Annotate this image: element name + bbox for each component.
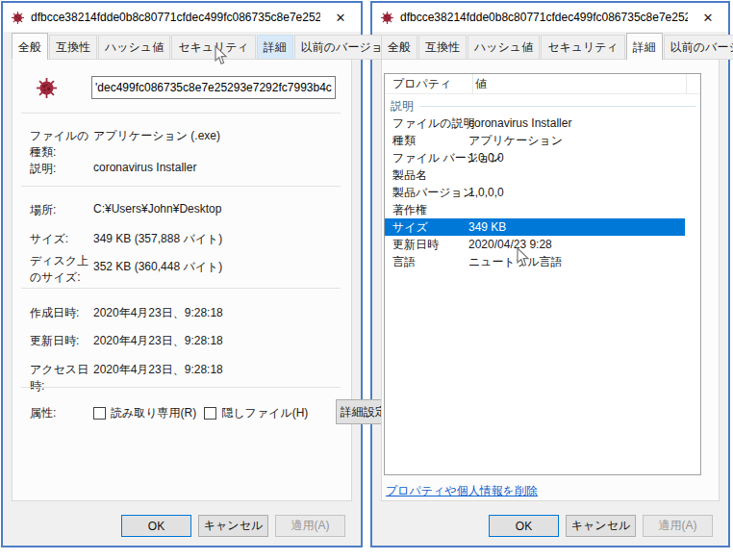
group-header-description: 説明 bbox=[385, 98, 700, 115]
detail-row-file-version[interactable]: ファイル バージョン 1.0.0.0 bbox=[385, 149, 685, 166]
tab-details[interactable]: 詳細 bbox=[257, 35, 293, 60]
window-title: dfbcce38214fdde0b8c80771cfdec499fc086735… bbox=[31, 11, 320, 24]
virus-file-icon bbox=[37, 78, 57, 98]
separator bbox=[21, 186, 341, 187]
apply-button[interactable]: 適用(A) bbox=[275, 515, 345, 537]
virus-file-icon bbox=[381, 12, 393, 24]
tab-hash[interactable]: ハッシュ値 bbox=[98, 35, 170, 60]
attributes-row: 属性: 読み取り専用(R) 隠しファイル(H) 詳細設定(D)... bbox=[30, 405, 341, 421]
field-value: 349 KB (357,888 バイト) bbox=[93, 231, 341, 247]
separator bbox=[21, 288, 341, 289]
ok-button[interactable]: OK bbox=[121, 515, 191, 537]
hidden-checkbox[interactable] bbox=[204, 407, 216, 420]
field-value: 352 KB (360,448 バイト) bbox=[93, 253, 341, 286]
cancel-button[interactable]: キャンセル bbox=[566, 515, 636, 537]
close-button[interactable]: ✕ bbox=[320, 3, 361, 32]
apply-button[interactable]: 適用(A) bbox=[643, 515, 713, 537]
mouse-cursor bbox=[517, 247, 530, 267]
detail-row-file-description[interactable]: ファイルの説明 coronavirus Installer bbox=[385, 115, 685, 132]
tab-security[interactable]: セキュリティ bbox=[171, 35, 256, 60]
tab-bar: 全般 互換性 ハッシュ値 セキュリティ 詳細 以前のバージョン bbox=[3, 32, 361, 60]
created-row: 作成日時: 2020年4月23日、9:28:18 bbox=[30, 305, 341, 321]
tab-compatibility[interactable]: 互換性 bbox=[49, 35, 97, 60]
field-label: ディスク上 のサイズ: bbox=[30, 253, 93, 286]
detail-row-product-version[interactable]: 製品バージョン 1,0,0,0 bbox=[385, 184, 685, 201]
modified-row: 更新日時: 2020年4月23日、9:28:18 bbox=[30, 333, 341, 349]
tab-compatibility[interactable]: 互換性 bbox=[418, 35, 467, 60]
cancel-button[interactable]: キャンセル bbox=[198, 515, 268, 537]
field-value: 2020年4月23日、9:28:18 bbox=[93, 333, 341, 349]
size-row: サイズ: 349 KB (357,888 バイト) bbox=[30, 231, 341, 247]
column-header-property[interactable]: プロパティ bbox=[385, 74, 473, 93]
close-icon: ✕ bbox=[703, 11, 714, 25]
detail-row-modified-date[interactable]: 更新日時 2020/04/23 9:28 bbox=[385, 236, 685, 253]
accessed-row: アクセス日時: 2020年4月23日、9:28:18 bbox=[30, 362, 341, 395]
readonly-checkbox[interactable] bbox=[93, 407, 106, 420]
field-label: アクセス日時: bbox=[30, 362, 93, 395]
properties-dialog-general: dfbcce38214fdde0b8c80771cfdec499fc086735… bbox=[1, 1, 363, 547]
title-bar: dfbcce38214fdde0b8c80771cfdec499fc086735… bbox=[3, 3, 361, 32]
tab-hash[interactable]: ハッシュ値 bbox=[468, 35, 540, 60]
field-value: アプリケーション (.exe) bbox=[93, 128, 341, 161]
description-row: 説明: coronavirus Installer bbox=[30, 161, 341, 177]
tab-previous-versions[interactable]: 以前のバージョン bbox=[664, 35, 733, 60]
field-value: C:¥Users¥John¥Desktop bbox=[93, 202, 341, 218]
properties-dialog-details: dfbcce38214fdde0b8c80771cfdec499fc086735… bbox=[370, 1, 730, 547]
field-value: 2020年4月23日、9:28:18 bbox=[93, 362, 341, 395]
separator bbox=[21, 113, 341, 114]
file-type-row: ファイルの種類: アプリケーション (.exe) bbox=[30, 128, 341, 161]
virus-file-icon bbox=[12, 12, 24, 24]
separator bbox=[21, 387, 341, 388]
tab-details[interactable]: 詳細 bbox=[626, 33, 663, 61]
list-header: プロパティ 値 bbox=[385, 74, 700, 94]
dialog-buttons: OK キャンセル 適用(A) bbox=[3, 515, 361, 537]
detail-row-product-name[interactable]: 製品名 bbox=[385, 166, 685, 184]
hidden-checkbox-label: 隠しファイル(H) bbox=[221, 405, 308, 421]
field-label: サイズ: bbox=[30, 231, 93, 247]
tab-bar: 全般 互換性 ハッシュ値 セキュリティ 詳細 以前のバージョン bbox=[372, 32, 728, 60]
general-tab-page: ファイルの種類: アプリケーション (.exe) 説明: coronavirus… bbox=[12, 59, 352, 501]
location-row: 場所: C:¥Users¥John¥Desktop bbox=[30, 202, 341, 218]
dialog-buttons: OK キャンセル 適用(A) bbox=[372, 515, 728, 537]
field-value: coronavirus Installer bbox=[93, 161, 341, 177]
window-title: dfbcce38214fdde0b8c80771cfdec499fc086735… bbox=[400, 11, 688, 24]
group-header-line bbox=[419, 106, 696, 107]
field-label: 更新日時: bbox=[30, 333, 93, 349]
tab-general[interactable]: 全般 bbox=[12, 33, 48, 61]
field-label: 説明: bbox=[30, 161, 93, 177]
field-value: 2020年4月23日、9:28:18 bbox=[93, 305, 341, 321]
mouse-cursor bbox=[215, 45, 228, 65]
detail-row-size-selected[interactable]: サイズ 349 KB bbox=[385, 218, 685, 236]
ok-button[interactable]: OK bbox=[489, 515, 559, 537]
tab-general[interactable]: 全般 bbox=[381, 35, 417, 60]
close-icon: ✕ bbox=[336, 11, 346, 25]
detail-row-copyright[interactable]: 著作権 bbox=[385, 201, 685, 218]
title-bar: dfbcce38214fdde0b8c80771cfdec499fc086735… bbox=[372, 3, 728, 32]
close-button[interactable]: ✕ bbox=[688, 3, 728, 32]
properties-list[interactable]: プロパティ 値 説明 ファイルの説明 coronavirus Installer… bbox=[384, 73, 701, 475]
size-on-disk-row: ディスク上 のサイズ: 352 KB (360,448 バイト) bbox=[30, 253, 341, 286]
attributes-label: 属性: bbox=[30, 405, 93, 421]
field-label: 場所: bbox=[30, 202, 93, 218]
remove-properties-link[interactable]: プロパティや個人情報を削除 bbox=[386, 483, 538, 499]
detail-row-language[interactable]: 言語 ニュートラル言語 bbox=[385, 253, 685, 270]
detail-row-type[interactable]: 種類 アプリケーション bbox=[385, 132, 685, 149]
column-header-value[interactable]: 値 bbox=[473, 74, 687, 93]
details-tab-page: プロパティ 値 説明 ファイルの説明 coronavirus Installer… bbox=[381, 59, 720, 501]
field-label: 作成日時: bbox=[30, 305, 93, 321]
tab-security[interactable]: セキュリティ bbox=[541, 35, 625, 60]
filename-input[interactable] bbox=[91, 76, 336, 99]
readonly-checkbox-label: 読み取り専用(R) bbox=[111, 405, 196, 421]
field-label: ファイルの種類: bbox=[30, 128, 93, 161]
